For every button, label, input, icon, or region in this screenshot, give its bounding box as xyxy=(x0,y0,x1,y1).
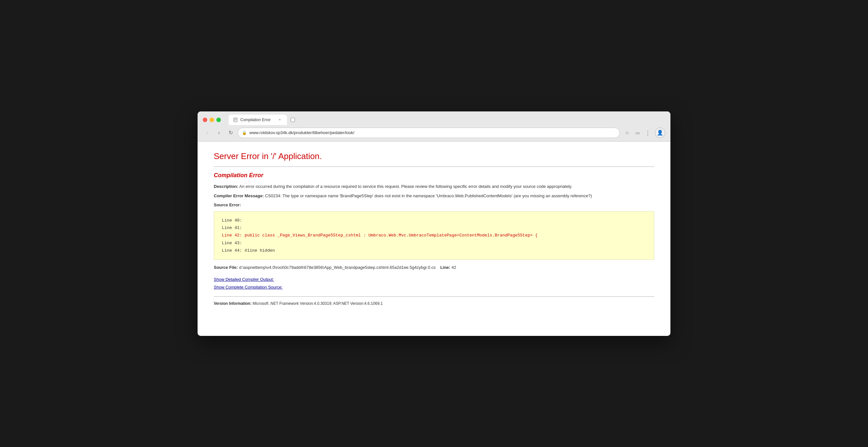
description-paragraph: Description: An error occurred during th… xyxy=(214,183,654,190)
description-label: Description: xyxy=(214,184,238,189)
code-line-44: Line 44: #line hidden xyxy=(222,247,646,254)
server-error-title: Server Error in '/' Application. xyxy=(214,151,654,161)
page-content: Server Error in '/' Application. Compila… xyxy=(197,142,671,336)
cast-icon: ▭ xyxy=(636,130,640,136)
source-error-label: Source Error: xyxy=(214,203,654,207)
divider-2 xyxy=(214,296,654,297)
address-bar: ‹ › ↻ 🔒 ☆ ▭ ⋮ xyxy=(197,125,671,141)
complete-compilation-source-link-section: Show Complete Compilation Source: xyxy=(214,284,654,290)
detailed-compiler-output-link[interactable]: Show Detailed Compiler Output: xyxy=(214,277,274,282)
svg-rect-4 xyxy=(291,118,295,122)
compiler-error-paragraph: Compiler Error Message: CS0234: The type… xyxy=(214,193,654,199)
minimize-button[interactable] xyxy=(210,118,214,122)
profile-button[interactable]: 👤 xyxy=(655,128,665,138)
line-number: 42 xyxy=(452,265,456,270)
version-label: Version Information: xyxy=(214,301,252,306)
browser-chrome: Compilation Error × ‹ › ↻ xyxy=(197,112,671,142)
source-file-paragraph: Source File: d:\aspnettemp\v4.0\root\0c7… xyxy=(214,265,654,270)
reload-button[interactable]: ↻ xyxy=(226,128,235,137)
maximize-button[interactable] xyxy=(216,118,221,122)
svg-rect-0 xyxy=(234,118,237,122)
tab-close-button[interactable]: × xyxy=(277,117,282,122)
complete-compilation-source-link[interactable]: Show Complete Compilation Source: xyxy=(214,285,282,290)
compiler-error-label: Compiler Error Message: xyxy=(214,193,264,198)
line-label: Line: xyxy=(440,265,450,270)
bookmark-icon: ☆ xyxy=(625,130,629,136)
source-file-path: d:\aspnettemp\v4.0\root\0c79add4\678e385… xyxy=(239,265,436,270)
source-file-label: Source File: xyxy=(214,265,238,270)
menu-button[interactable]: ⋮ xyxy=(643,128,652,137)
code-line-42: Line 42: public class _Page_Views_BrandP… xyxy=(222,232,646,239)
title-bar: Compilation Error × xyxy=(197,112,671,125)
version-text: Microsoft .NET Framework Version:4.0.303… xyxy=(253,301,383,306)
address-input-wrapper: 🔒 xyxy=(238,128,620,138)
code-line-41: Line 41: xyxy=(222,224,646,232)
tab-title: Compilation Error xyxy=(240,118,275,122)
forward-icon: › xyxy=(218,130,220,136)
menu-icon: ⋮ xyxy=(645,130,651,136)
compiler-error-text: CS0234: The type or namespace name 'Bran… xyxy=(265,193,592,198)
forward-button[interactable]: › xyxy=(214,128,223,137)
new-tab-button[interactable] xyxy=(288,115,297,124)
window-controls xyxy=(203,118,221,122)
version-paragraph: Version Information: Microsoft .NET Fram… xyxy=(214,301,654,306)
bookmark-button[interactable]: ☆ xyxy=(622,128,631,137)
tab-bar: Compilation Error × xyxy=(229,115,297,125)
reload-icon: ↻ xyxy=(229,129,233,136)
profile-icon: 👤 xyxy=(657,129,663,136)
description-text: An error occurred during the compilation… xyxy=(239,184,572,189)
divider-1 xyxy=(214,167,654,167)
address-actions: ☆ ▭ ⋮ xyxy=(622,128,652,137)
compilation-error-heading: Compilation Error xyxy=(214,172,654,179)
active-tab[interactable]: Compilation Error × xyxy=(229,115,287,125)
close-button[interactable] xyxy=(203,118,207,122)
code-block: Line 40: Line 41: Line 42: public class … xyxy=(214,211,654,260)
address-input[interactable] xyxy=(249,130,616,135)
cast-button[interactable]: ▭ xyxy=(633,128,642,137)
code-line-43: Line 43: xyxy=(222,239,646,247)
lock-icon: 🔒 xyxy=(242,130,247,135)
back-button[interactable]: ‹ xyxy=(203,128,212,137)
tab-favicon-icon xyxy=(233,118,238,122)
detailed-compiler-output-link-section: Show Detailed Compiler Output: xyxy=(214,276,654,282)
browser-window: Compilation Error × ‹ › ↻ xyxy=(197,112,671,336)
code-line-40: Line 40: xyxy=(222,217,646,224)
back-icon: ‹ xyxy=(206,130,208,136)
